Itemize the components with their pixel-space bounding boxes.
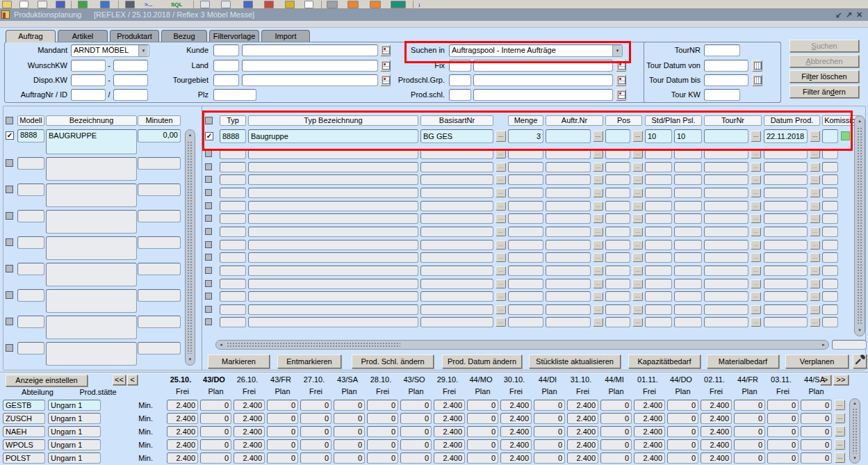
pos-lov-button[interactable]: ... [632,163,643,172]
komission-cell[interactable] [822,279,838,289]
scrollbar-thumb[interactable] [227,342,400,348]
left-row-checkbox[interactable] [6,186,13,193]
left-row-checkbox[interactable] [6,159,13,167]
bezeichnung-cell[interactable] [46,157,137,181]
tournr-lov-button[interactable]: ... [751,227,761,236]
plan-cell[interactable]: 0 [200,413,231,424]
minuten-cell[interactable] [138,342,181,354]
frei-cell[interactable]: 2.400 [234,452,265,464]
datum-prod-cell[interactable] [764,188,808,198]
std-cell[interactable] [645,291,672,302]
frei-cell[interactable]: 0 [367,413,398,424]
tour-kw-input[interactable] [704,89,740,101]
plan-cell[interactable]: 0 [200,400,231,411]
main-row-checkbox[interactable] [205,267,212,274]
modell-cell[interactable] [17,316,44,328]
form-cancel-icon[interactable] [347,1,359,8]
pos-cell[interactable] [605,291,630,302]
row-detail-button[interactable]: ... [835,439,845,450]
prodstaette-cell[interactable]: Ungarn 1 [48,400,101,411]
datum-prod-lov-button[interactable]: ... [810,163,820,172]
main-row-checkbox[interactable] [205,215,212,222]
pos-cell[interactable] [605,279,630,289]
left-row-checkbox[interactable] [6,318,13,325]
auftr-nr-cell[interactable] [546,266,591,276]
main-row-checkbox[interactable]: ✓ [205,132,213,140]
frei-cell[interactable]: 2.400 [701,439,732,450]
basisartnr-lov-button[interactable]: ... [496,253,506,262]
minuten-cell[interactable] [138,210,181,222]
tournr-lov-button[interactable]: ... [751,279,761,288]
typ-bezeichnung-cell[interactable] [248,213,418,224]
datum-prod-lov-button[interactable]: ... [810,240,820,250]
minuten-cell[interactable] [138,157,181,170]
std-cell[interactable] [645,188,672,198]
typ-bezeichnung-cell[interactable] [248,201,418,211]
auftr-nr-lov-button[interactable]: ... [593,163,603,172]
abteilung-cell[interactable]: WPOLS [3,439,45,450]
basisartnr-cell[interactable] [420,174,493,185]
prodstaette-cell[interactable]: Ungarn 1 [48,452,101,464]
anzeige-einstellen-button[interactable]: Anzeige einstellen [6,375,88,386]
typ-cell[interactable] [220,240,246,250]
prodschl-name-input[interactable] [473,89,613,101]
plan-cell[interactable]: 0 [667,452,698,464]
datum-prod-cell[interactable]: 22.11.2018 [764,129,808,143]
frei-cell[interactable]: 0 [767,400,799,411]
plan-cell[interactable] [674,240,702,250]
tournr-lov-button[interactable]: ... [751,214,761,223]
frei-cell[interactable]: 2.400 [234,413,265,424]
basisartnr-lov-button[interactable]: ... [496,227,506,236]
plan-cell[interactable]: 0 [400,439,432,450]
main-grid-hscrollbar[interactable]: ◄► [215,340,829,350]
frei-cell[interactable]: 2.400 [234,400,265,411]
left-row-checkbox[interactable]: ✓ [6,131,14,140]
plan-cell[interactable]: 0 [334,400,365,411]
pos-lov-button[interactable]: ... [632,131,643,142]
layout-left-icon[interactable] [200,1,210,8]
frei-cell[interactable]: 2.400 [434,400,465,411]
prodschl-lov-button[interactable] [616,89,626,101]
typ-bezeichnung-cell[interactable] [248,174,418,185]
basisartnr-cell[interactable]: BG GES [420,129,493,143]
bezeichnung-cell[interactable] [46,236,137,260]
filter-ndern-button[interactable]: Filter ändern [789,85,859,98]
entmarkieren-button[interactable]: Entmarkieren [277,354,341,368]
auftr-nr-cell[interactable] [546,317,591,327]
datum-prod-lov-button[interactable]: ... [810,214,820,223]
suchen-in-select[interactable]: Auftragspool - Interne Aufträge [449,44,623,57]
typ-cell[interactable] [220,279,246,289]
plan-cell[interactable] [674,252,702,263]
frei-cell[interactable]: 0 [367,452,398,464]
main-row-checkbox[interactable] [205,150,212,157]
auftrag-id-input[interactable] [113,89,148,101]
frei-cell[interactable]: 2.400 [167,426,198,437]
verplanen-button[interactable]: Verplanen [785,354,849,368]
tab-filtervorlage[interactable]: Filtervorlage [209,30,259,42]
frei-cell[interactable]: 2.400 [634,452,665,464]
typ-cell[interactable] [220,304,246,315]
table-browse-icon[interactable] [56,1,65,8]
std-cell[interactable] [645,317,672,327]
minuten-cell[interactable] [138,183,181,196]
tab-auftrag[interactable]: Auftrag [6,30,56,42]
plan-cell[interactable]: 0 [267,452,298,464]
tournr-lov-button[interactable]: ... [751,266,761,275]
frei-cell[interactable]: 0 [767,452,799,464]
tournr-cell[interactable] [704,188,748,198]
prodstaette-cell[interactable]: Ungarn 1 [48,413,101,424]
modell-cell[interactable] [17,263,44,275]
plan-cell[interactable] [674,304,702,315]
land-code-input[interactable] [213,60,239,72]
plan-cell[interactable] [674,291,702,302]
tournr-lov-button[interactable]: ... [751,188,761,197]
plan-cell[interactable]: 0 [334,426,365,437]
prodstaette-cell[interactable]: Ungarn 1 [48,439,101,450]
std-cell[interactable] [645,304,672,315]
pos-lov-button[interactable]: ... [632,240,643,250]
st-ckliste-aktualisieren-button[interactable]: Stückliste aktualisieren [529,354,621,368]
bezeichnung-cell[interactable] [46,342,137,366]
std-cell[interactable]: 10 [645,129,672,143]
plan-cell[interactable]: 0 [600,452,632,464]
datum-prod-cell[interactable] [764,291,808,302]
